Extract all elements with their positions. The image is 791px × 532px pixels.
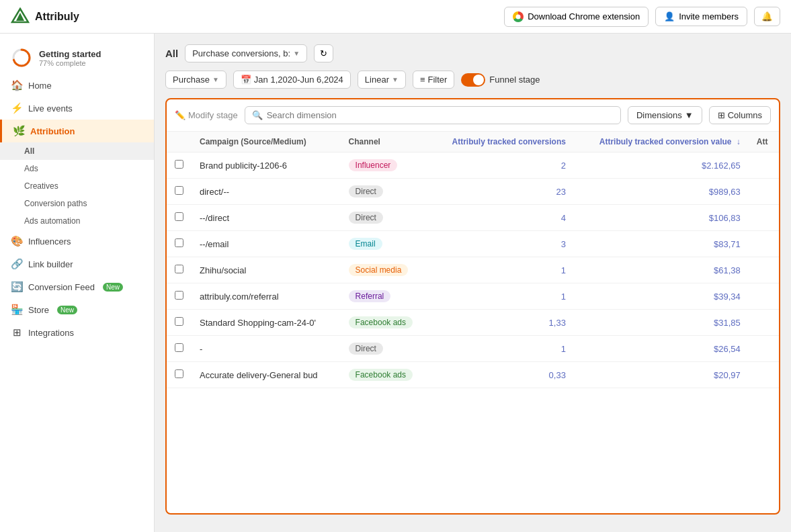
row-value: $83,71 — [574, 231, 749, 257]
table-row: Brand publicity-1206-6 Influencer 2 $2.1… — [167, 152, 779, 179]
sidebar-item-store[interactable]: 🏪 Store New — [0, 298, 154, 321]
conversion-value: $31,85 — [714, 318, 741, 328]
table-toolbar: ✏️ Modify stage 🔍 Dimensions ▼ ⊞ Columns — [167, 99, 779, 132]
conversion-value: $26,54 — [714, 344, 741, 354]
row-channel: Direct — [341, 336, 430, 362]
row-checkbox[interactable] — [175, 212, 183, 221]
row-campaign: --/email — [192, 231, 341, 257]
row-value: $2.162,65 — [574, 152, 749, 179]
row-conversions: 1,33 — [429, 310, 574, 336]
row-checkbox[interactable] — [175, 186, 183, 195]
sidebar-attribution-label: Attribution — [30, 126, 75, 136]
table-row: Zhihu/social Social media 1 $61,38 — [167, 257, 779, 283]
row-attribuly — [749, 362, 779, 388]
table-row: Accurate delivery-General bud Facebook a… — [167, 362, 779, 388]
row-attribuly — [749, 231, 779, 257]
topnav-actions: Download Chrome extension 👤 Invite membe… — [504, 7, 780, 27]
getting-started-label: Getting started — [39, 49, 101, 59]
sidebar-sub-item-ads-automation[interactable]: Ads automation — [0, 212, 154, 230]
conversion-count: 4 — [561, 213, 566, 223]
sidebar-item-live-events[interactable]: ⚡ Live events — [0, 97, 154, 120]
data-table-container: ✏️ Modify stage 🔍 Dimensions ▼ ⊞ Columns — [165, 98, 780, 515]
dimensions-button[interactable]: Dimensions ▼ — [628, 106, 702, 124]
notification-bell-button[interactable]: 🔔 — [754, 7, 780, 26]
purchase-conversions-filter[interactable]: Purchase conversions, b: ▼ — [185, 44, 307, 62]
row-conversions: 2 — [429, 152, 574, 179]
row-checkbox[interactable] — [175, 317, 183, 326]
row-conversions: 1 — [429, 336, 574, 362]
row-checkbox[interactable] — [175, 343, 183, 352]
row-value: $106,83 — [574, 205, 749, 231]
row-conversions: 23 — [429, 179, 574, 205]
calendar-icon: 📅 — [241, 75, 251, 85]
funnel-stage-label: Funnel stage — [489, 75, 540, 85]
table-row: --/direct Direct 4 $106,83 — [167, 205, 779, 231]
progress-ring-icon — [11, 47, 32, 69]
row-value: $39,34 — [574, 283, 749, 310]
getting-started-section: Getting started 77% complete — [0, 42, 154, 74]
sidebar-sub-item-conversion-paths[interactable]: Conversion paths — [0, 195, 154, 212]
all-label: All — [165, 48, 178, 59]
attribution-model-filter[interactable]: Linear ▼ — [358, 71, 406, 89]
row-checkbox[interactable] — [175, 238, 183, 247]
sidebar-item-home[interactable]: 🏠 Home — [0, 74, 154, 97]
conversion-value: $61,38 — [714, 265, 741, 275]
row-campaign: - — [192, 336, 341, 362]
chrome-extension-button[interactable]: Download Chrome extension — [504, 7, 649, 27]
filter-label: Filter — [427, 75, 447, 85]
sidebar-link-builder-label: Link builder — [28, 259, 73, 269]
sidebar-item-attribution[interactable]: 🌿 Attribution — [0, 120, 154, 142]
sidebar-sub-item-creatives[interactable]: Creatives — [0, 177, 154, 195]
row-checkbox[interactable] — [175, 265, 183, 273]
sidebar-item-link-builder[interactable]: 🔗 Link builder — [0, 253, 154, 275]
sidebar-item-integrations[interactable]: ⊞ Integrations — [0, 321, 154, 344]
chrome-icon — [513, 11, 524, 22]
conversion-count: 2 — [561, 161, 566, 171]
columns-button[interactable]: ⊞ Columns — [709, 106, 771, 124]
search-input[interactable] — [267, 110, 614, 120]
refresh-icon: ↻ — [320, 48, 327, 58]
row-checkbox[interactable] — [175, 369, 183, 378]
conversion-count: 3 — [561, 239, 566, 249]
modify-stage-button[interactable]: ✏️ Modify stage — [175, 110, 238, 120]
purchase-button[interactable]: Purchase ▼ — [165, 71, 226, 89]
conversion-count: 1 — [561, 265, 566, 275]
date-range-filter[interactable]: 📅 Jan 1,2020-Jun 6,2024 — [233, 71, 351, 89]
header-channel: Channel — [341, 132, 430, 152]
sidebar-sub-item-all[interactable]: All — [0, 142, 154, 160]
filter-icon: ≡ — [420, 75, 425, 85]
tracked-conversions-header-label: Attribuly tracked conversions — [452, 137, 566, 146]
funnel-stage-toggle[interactable] — [461, 73, 485, 87]
sidebar-store-label: Store — [28, 305, 49, 315]
filter-button[interactable]: ≡ Filter — [413, 71, 454, 89]
attribuly-header-label: Att — [757, 137, 768, 146]
integrations-icon: ⊞ — [11, 326, 23, 339]
channel-badge: Direct — [349, 212, 383, 224]
refresh-button[interactable]: ↻ — [314, 44, 333, 62]
channel-badge: Social media — [349, 264, 409, 276]
date-range-label: Jan 1,2020-Jun 6,2024 — [254, 75, 343, 85]
link-builder-icon: 🔗 — [11, 258, 23, 270]
sidebar-item-conversion-feed[interactable]: 🔄 Conversion Feed New — [0, 275, 154, 298]
table-scroll-area[interactable]: Campaign (Source/Medium) Channel Attribu… — [167, 132, 779, 388]
purchase-dropdown-icon: ▼ — [212, 76, 219, 83]
row-checkbox[interactable] — [175, 160, 183, 169]
progress-info: Getting started 77% complete — [39, 49, 101, 67]
invite-members-button[interactable]: 👤 Invite members — [655, 7, 747, 26]
attribution-table: Campaign (Source/Medium) Channel Attribu… — [167, 132, 779, 388]
row-attribuly — [749, 336, 779, 362]
header-tracked-value: Attribuly tracked conversion value ↓ — [574, 132, 749, 152]
row-conversions: 1 — [429, 283, 574, 310]
sidebar-item-influencers[interactable]: 🎨 Influencers — [0, 230, 154, 253]
row-attribuly — [749, 205, 779, 231]
row-checkbox[interactable] — [175, 291, 183, 300]
tracked-value-header-label: Attribuly tracked conversion value — [599, 137, 732, 146]
sidebar-sub-item-ads[interactable]: Ads — [0, 160, 154, 177]
sidebar-ads-automation-label: Ads automation — [24, 216, 80, 226]
channel-badge: Direct — [349, 343, 383, 355]
conversion-feed-icon: 🔄 — [11, 281, 23, 293]
conversion-value: $83,71 — [714, 239, 741, 249]
row-checkbox-cell — [167, 310, 192, 336]
sidebar-home-label: Home — [28, 81, 52, 91]
row-channel: Influencer — [341, 152, 430, 179]
